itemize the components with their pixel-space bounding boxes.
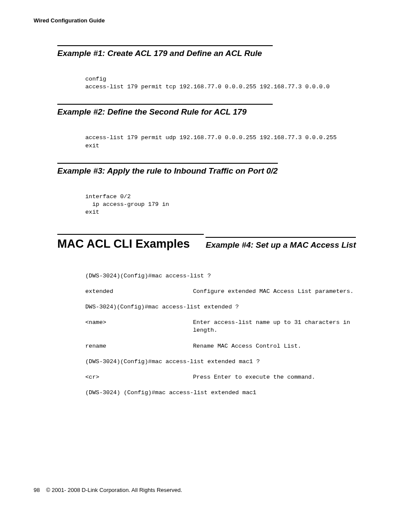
copyright: © 2001- 2008 D-Link Corporation. All Rig…	[46, 487, 182, 493]
section-heading: MAC ACL CLI Examples	[57, 234, 204, 251]
cli-keyword: <name>	[85, 319, 193, 334]
example-4-heading: Example #4: Set up a MAC Access List	[206, 237, 356, 250]
example-3-code: interface 0/2 ip access-group 179 in exi…	[85, 193, 377, 217]
page-number: 98	[34, 487, 40, 493]
cli-description: Press Enter to execute the command.	[193, 373, 377, 381]
cli-row: extended Configure extended MAC Access L…	[85, 288, 377, 296]
example-4-cli: (DWS-3024)(Config)#mac access-list ? ext…	[85, 272, 377, 397]
cli-description: Enter access-list name up to 31 characte…	[193, 319, 377, 334]
cli-line: (DWS-3024)(Config)#mac access-list ?	[85, 272, 377, 280]
example-2-code: access-list 179 permit udp 192.168.77.0 …	[85, 134, 377, 149]
example-3-heading: Example #3: Apply the rule to Inbound Tr…	[57, 163, 278, 176]
footer: 98 © 2001- 2008 D-Link Corporation. All …	[34, 487, 182, 493]
cli-row: <name> Enter access-list name up to 31 c…	[85, 319, 377, 334]
page: Wired Configuration Guide Example #1: Cr…	[0, 0, 411, 532]
cli-keyword: rename	[85, 342, 193, 350]
cli-row: <cr> Press Enter to execute the command.	[85, 373, 377, 381]
cli-keyword: <cr>	[85, 373, 193, 381]
cli-row: rename Rename MAC Access Control List.	[85, 342, 377, 350]
cli-description: Rename MAC Access Control List.	[193, 342, 377, 350]
cli-description: Configure extended MAC Access List param…	[193, 288, 377, 296]
cli-line: DWS-3024)(Config)#mac access-list extend…	[85, 303, 377, 311]
example-1-heading: Example #1: Create ACL 179 and Define an…	[57, 45, 273, 58]
example-2-heading: Example #2: Define the Second Rule for A…	[57, 104, 273, 117]
example-1-code: config access-list 179 permit tcp 192.16…	[85, 75, 377, 91]
cli-line: (DWS-3024) (Config)#mac access-list exte…	[85, 389, 377, 397]
cli-line: (DWS-3024)(Config)#mac access-list exten…	[85, 358, 377, 366]
running-header: Wired Configuration Guide	[34, 17, 377, 24]
content-area: Example #1: Create ACL 179 and Define an…	[34, 45, 377, 397]
cli-keyword: extended	[85, 288, 193, 296]
